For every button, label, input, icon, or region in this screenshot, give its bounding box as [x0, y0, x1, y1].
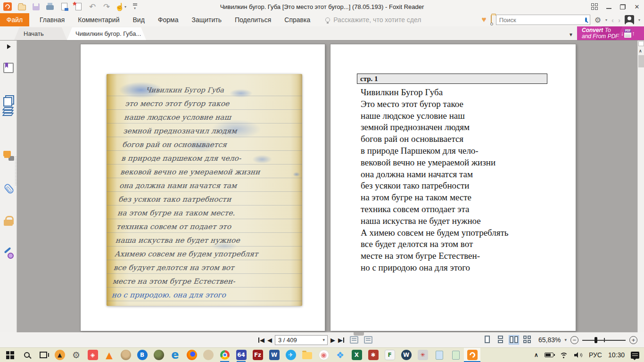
redo-icon[interactable]: ↷ — [102, 2, 111, 11]
notification-center-icon[interactable] — [631, 352, 639, 359]
zoom-dropdown-icon[interactable]: ▾ — [564, 337, 567, 342]
back-chevron-icon[interactable]: ‹ — [611, 16, 614, 24]
view-mode-continuous[interactable] — [496, 336, 505, 344]
foxit-logo-icon[interactable] — [3, 2, 12, 11]
taskbar-app-red-puzzle-icon[interactable]: ✱ — [365, 348, 381, 362]
print-icon[interactable] — [45, 2, 55, 11]
tab-close-icon[interactable]: ✕ — [147, 31, 151, 37]
search-input[interactable] — [496, 16, 585, 24]
menu-item[interactable]: Форма — [151, 13, 185, 26]
page-thumbnails-icon[interactable] — [3, 95, 14, 106]
taskbar-vlc-icon[interactable]: ▲ — [101, 348, 117, 362]
next-page-button[interactable]: ▶ — [330, 337, 335, 344]
first-page-button[interactable]: ◀ — [258, 337, 264, 344]
menu-item[interactable]: Справка — [278, 13, 317, 26]
menu-item[interactable]: Главная — [33, 13, 71, 26]
avatar[interactable] — [625, 15, 634, 25]
taskbar-app-hamster-icon[interactable] — [117, 348, 134, 362]
open-folder-icon[interactable] — [17, 2, 26, 11]
close-button[interactable]: ✕ — [630, 0, 644, 13]
menu-file[interactable]: Файл — [0, 13, 29, 26]
taskbar-word-icon[interactable]: W — [266, 348, 282, 362]
minimize-button[interactable] — [602, 0, 616, 13]
volume-icon[interactable] — [574, 352, 583, 358]
view-mode-facing[interactable] — [509, 336, 519, 344]
taskbar-app-w-circle-icon[interactable]: W — [398, 348, 414, 362]
gear-icon[interactable]: ⚙ — [594, 16, 601, 25]
heart-icon[interactable]: ♥ — [482, 15, 487, 25]
taskbar-task-view-icon[interactable] — [35, 348, 51, 362]
menu-item[interactable]: Защитить — [185, 13, 228, 26]
tab-document-active[interactable]: Чивилкин бугор. Губа... ✕ — [67, 27, 146, 40]
digital-signatures-icon[interactable] — [3, 248, 14, 259]
menu-item[interactable]: Поделиться — [228, 13, 278, 26]
zoom-out-button[interactable]: − — [570, 336, 578, 344]
taskbar-app-beige-icon[interactable] — [200, 348, 216, 362]
zoom-slider-thumb[interactable] — [594, 337, 597, 343]
taskbar-firefox-icon[interactable] — [183, 348, 200, 362]
taskbar-search-icon[interactable] — [18, 348, 35, 362]
folder-search-icon[interactable] — [491, 16, 492, 24]
menu-item[interactable]: Вид — [126, 13, 151, 26]
layers-icon[interactable] — [3, 107, 14, 117]
taskbar-edge-icon[interactable]: e — [167, 348, 183, 362]
taskbar-settings-icon[interactable]: ⚙ — [68, 348, 84, 362]
bookmarks-icon[interactable] — [3, 63, 14, 73]
convert-pdf-banner[interactable]: Convert To and From PDF ↓ PDF ↑ — [577, 26, 644, 40]
taskbar-bluetooth-icon[interactable]: B — [134, 348, 150, 362]
save-icon[interactable] — [31, 2, 41, 11]
attachments-icon[interactable] — [1, 181, 16, 196]
security-icon[interactable] — [3, 216, 14, 226]
page-dropdown-icon[interactable]: ▾ — [322, 337, 327, 342]
undo-icon[interactable]: ↶ — [88, 2, 97, 11]
taskbar-app-orange-circle-icon[interactable]: ▲ — [51, 348, 68, 362]
customize-toolbar-icon[interactable]: ▾ — [130, 2, 140, 11]
page-number-box[interactable]: 3 / 409 ▾ — [275, 335, 328, 345]
taskbar-app-spiral-icon[interactable]: ◉ — [315, 348, 332, 362]
taskbar-excel-icon[interactable]: X — [348, 348, 365, 362]
view-mode-single-page[interactable] — [483, 336, 492, 344]
taskbar-chrome-icon[interactable] — [216, 348, 233, 362]
layout-grid-button[interactable] — [587, 0, 602, 13]
next-view-button[interactable] — [364, 336, 372, 344]
gear-caret-icon[interactable]: ▾ — [605, 18, 607, 22]
taskbar-app-red-diamond-icon[interactable]: ◈ — [84, 348, 101, 362]
forward-chevron-icon[interactable]: › — [618, 16, 620, 24]
taskbar-app-red-flower-icon[interactable]: ✳ — [414, 348, 431, 362]
vertical-scrollbar[interactable]: ∧ — [637, 41, 644, 332]
taskbar-app-crystals-icon[interactable]: ❖ — [332, 348, 348, 362]
tray-expand-icon[interactable]: ∧ — [534, 352, 538, 358]
tab-list-dropdown-icon[interactable]: ▼ — [569, 32, 573, 37]
expand-panel-arrow-icon[interactable] — [7, 44, 11, 49]
create-document-icon[interactable] — [74, 2, 83, 11]
taskbar-app-fbe-icon[interactable]: F — [381, 348, 398, 362]
tab-start[interactable]: Начать — [14, 27, 67, 40]
zoom-slider[interactable] — [582, 336, 626, 344]
taskbar-foxit-reader-icon[interactable] — [464, 348, 480, 362]
sidebar-splitter[interactable] — [15, 156, 17, 185]
taskbar-app-64-floppy-icon[interactable]: 64 — [233, 348, 249, 362]
language-indicator[interactable]: РУС — [589, 351, 602, 359]
comments-icon[interactable] — [3, 151, 14, 161]
taskbar-notepad-green-icon[interactable] — [447, 348, 464, 362]
email-document-icon[interactable] — [59, 2, 69, 11]
view-mode-continuous-facing[interactable] — [522, 336, 532, 344]
taskbar-notepad-blue-icon[interactable] — [431, 348, 447, 362]
taskbar-start-icon[interactable] — [2, 348, 18, 362]
search-icon[interactable] — [585, 17, 587, 22]
previous-page-button[interactable]: ◀ — [267, 337, 272, 344]
last-page-button[interactable]: ▶ — [338, 337, 344, 344]
taskbar-file-explorer-icon[interactable] — [299, 348, 315, 362]
assistant-hint[interactable]: Расскажите, что хотите сдел — [325, 16, 421, 24]
scrollbar-split-box[interactable] — [638, 41, 644, 46]
clock[interactable]: 10:30 — [608, 351, 625, 359]
zoom-in-button[interactable]: + — [629, 336, 637, 344]
avatar-caret-icon[interactable]: ▾ — [638, 18, 640, 22]
previous-view-button[interactable] — [350, 336, 358, 344]
taskbar-filezilla-icon[interactable]: Fz — [249, 348, 266, 362]
battery-icon[interactable] — [545, 353, 553, 357]
wifi-icon[interactable] — [560, 352, 568, 358]
hand-tool-icon[interactable]: ☝▾ — [116, 2, 125, 11]
menu-item[interactable]: Комментарий — [71, 13, 126, 26]
taskbar-telegram-icon[interactable]: ✈ — [282, 348, 299, 362]
